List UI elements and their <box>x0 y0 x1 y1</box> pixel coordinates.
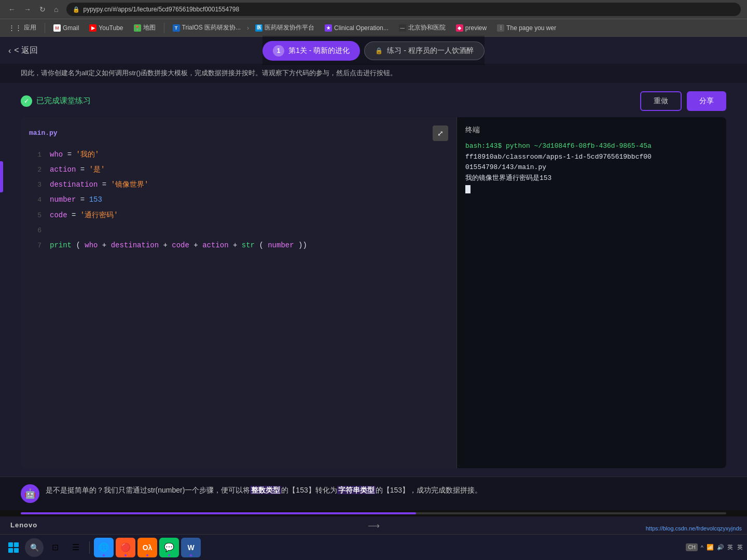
completion-bar: ✓ 已完成课堂练习 重做 分享 <box>21 91 726 111</box>
back-button[interactable]: ‹ < 返回 <box>8 45 38 56</box>
search-button[interactable]: 🔍 <box>25 538 44 557</box>
share-button[interactable]: 分享 <box>687 91 726 111</box>
bookmarks-bar: ⋮⋮ 应用 M Gmail ▶ YouTube 📍 地图 T TrialOS 医… <box>0 19 747 36</box>
line-number: 5 <box>29 209 42 221</box>
code-content: print ( who + destination + code + actio… <box>50 239 448 252</box>
code-line-4: 4 number = 153 <box>21 192 457 207</box>
terminal-output: bash:143$ python ~/3d1084f6-08fb-436d-98… <box>465 141 718 195</box>
bookmark-page[interactable]: ⋮ The page you wer <box>493 23 560 33</box>
widgets-icon: ☰ <box>72 542 79 552</box>
browser-chrome: ← → ↻ ⌂ 🔒 pypypy.cn/#/apps/1/lecture/5cd… <box>0 0 747 37</box>
subtitle-text: 因此，请你创建名为all定义如何调用str()函数拼接大模板，完成数据拼接并按时… <box>21 69 397 77</box>
action-buttons: 重做 分享 <box>640 91 726 111</box>
task-view-button[interactable]: ⊡ <box>46 538 64 557</box>
bookmark-gmail[interactable]: M Gmail <box>49 23 83 33</box>
clinical-icon: ★ <box>325 24 332 32</box>
lock-icon: 🔒 <box>73 6 80 13</box>
completion-label: 已完成课堂练习 <box>36 96 91 106</box>
url-text: pypypy.cn/#/apps/1/lecture/5cd9765619bbc… <box>83 6 239 13</box>
code-line-7: 7 print ( who + destination + code + act… <box>21 238 457 253</box>
terminal-line-1: bash:143$ python ~/3d1084f6-08fb-436d-98… <box>465 141 718 152</box>
maps-icon: 📍 <box>134 24 141 32</box>
address-bar[interactable]: 🔒 pypypy.cn/#/apps/1/lecture/5cd9765619b… <box>66 3 741 16</box>
tab-practice[interactable]: 🔒 练习 - 程序员的一人饮酒醉 <box>364 41 484 60</box>
check-circle-icon: ✓ <box>21 95 32 107</box>
taskbar-outlook[interactable]: Oλ <box>137 538 157 557</box>
search-icon: 🔍 <box>30 543 39 552</box>
word-icon: W <box>187 543 194 552</box>
line-number: 3 <box>29 179 42 191</box>
code-var: who <box>50 150 63 159</box>
windows-logo-icon <box>8 542 19 553</box>
bookmark-clinical[interactable]: ★ Clinical Operation... <box>321 23 393 33</box>
gmail-icon: M <box>53 24 61 32</box>
bookmark-apps[interactable]: ⋮⋮ 应用 <box>4 22 40 34</box>
network-icon: 📶 <box>707 544 714 551</box>
tab-area: ‹ < 返回 1 第1关 - 萌新的进化 🔒 练习 - 程序员的一人饮酒醉 <box>0 37 747 64</box>
code-editor[interactable]: main.py ⤢ 1 who = '我的' <box>21 117 457 468</box>
preview-icon: ◆ <box>456 24 463 32</box>
code-line-1: 1 who = '我的' <box>21 147 457 162</box>
lenovo-logo: Lenovo <box>10 521 37 529</box>
bookmark-trialos[interactable]: T TrialOS 医药研发协... <box>169 22 245 34</box>
browser-refresh-button[interactable]: ↻ <box>37 4 48 15</box>
terminal-line-2: ff18910ab/classroom/apps-1-id-5cd9765619… <box>465 152 718 163</box>
bookmark-maps[interactable]: 📍 地图 <box>130 22 160 34</box>
bookmark-youtube[interactable]: ▶ YouTube <box>85 23 127 33</box>
scrollbar-track[interactable] <box>21 512 726 514</box>
redo-button[interactable]: 重做 <box>640 91 682 111</box>
avatar: 🤖 <box>21 484 39 503</box>
browser-home-button[interactable]: ⌂ <box>52 4 60 15</box>
chevron-up-icon[interactable]: ^ <box>701 544 703 551</box>
code-line-6: 6 <box>21 223 457 238</box>
browser-titlebar: ← → ↻ ⌂ 🔒 pypypy.cn/#/apps/1/lecture/5cd… <box>0 0 747 19</box>
terminal-cursor-line <box>465 184 718 195</box>
taskbar-wechat[interactable]: 💬 <box>159 538 179 557</box>
line-number: 4 <box>29 194 42 206</box>
edge-icon: 🌐 <box>99 542 109 552</box>
highlight-integer: 整数类型 <box>250 486 281 494</box>
editor-section: ✓ 已完成课堂练习 重做 分享 main.py ⤢ 1 <box>0 83 747 477</box>
widgets-button[interactable]: ☰ <box>66 538 85 557</box>
completion-status: ✓ 已完成课堂练习 <box>21 95 91 107</box>
file-name: main.py <box>29 129 58 137</box>
terminal: 终端 bash:143$ python ~/3d1084f6-08fb-436d… <box>457 117 726 468</box>
drug-icon: 医 <box>255 24 262 32</box>
task-view-icon: ⊡ <box>52 542 59 552</box>
trialos-icon: T <box>173 24 180 32</box>
side-accent <box>0 161 3 192</box>
line-number: 6 <box>29 225 42 236</box>
scrollbar-area <box>0 510 747 516</box>
tabs-container: 1 第1关 - 萌新的进化 🔒 练习 - 程序员的一人饮酒醉 <box>262 36 485 65</box>
lock-icon-tab: 🔒 <box>375 47 383 54</box>
taskbar-edge[interactable]: 🌐 <box>94 538 114 557</box>
bookmark-preview[interactable]: ◆ preview <box>452 23 491 33</box>
line-number: 7 <box>29 240 42 251</box>
start-button[interactable] <box>4 538 23 557</box>
code-content: action = '是' <box>50 163 448 176</box>
taskbar-word[interactable]: W <box>181 538 201 557</box>
keyboard-icon: CH <box>686 543 697 551</box>
code-content: destination = '镜像世界' <box>50 178 448 191</box>
browser-back-button[interactable]: ← <box>6 4 18 15</box>
separator2 <box>164 23 164 33</box>
chevron-right-icon: › <box>247 24 249 32</box>
line-number: 2 <box>29 164 42 176</box>
hospital-icon: — <box>399 24 406 32</box>
bookmark-drug-platform[interactable]: 医 医药研发协作平台 <box>251 22 319 34</box>
wechat-icon: 💬 <box>164 542 174 552</box>
scrollbar-thumb[interactable] <box>21 512 416 514</box>
expand-button[interactable]: ⤢ <box>433 125 448 141</box>
browser-forward-button[interactable]: → <box>22 4 33 15</box>
editor-header: main.py ⤢ <box>21 125 457 147</box>
clock: 英 <box>737 543 743 551</box>
taskbar: 🔍 ⊡ ☰ 🌐 🔴 Oλ 💬 W CH ^ 📶 🔊 英 英 <box>0 534 747 560</box>
bookmark-hospital[interactable]: — 北京协和医院 <box>395 22 450 34</box>
window-controls: ← → ↻ ⌂ <box>6 4 60 15</box>
tab-lesson[interactable]: 1 第1关 - 萌新的进化 <box>262 41 360 61</box>
taskbar-chrome[interactable]: 🔴 <box>116 538 135 557</box>
separator <box>45 23 45 33</box>
tab-number: 1 <box>273 45 284 57</box>
back-arrow-icon: ‹ <box>8 46 11 55</box>
taskbar-separator <box>89 541 90 554</box>
